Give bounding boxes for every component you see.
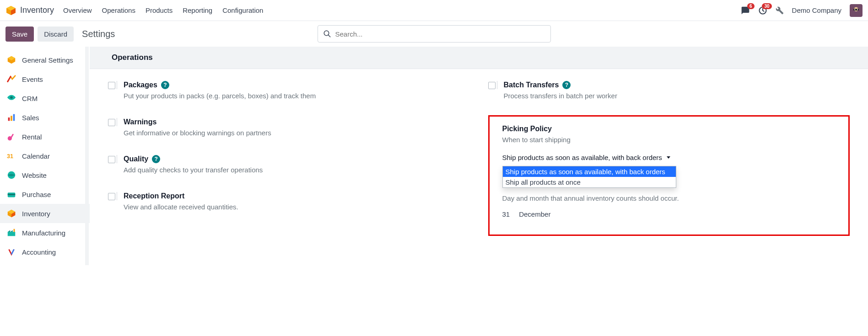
setting-title: Warnings [124,118,156,126]
setting-quality: Quality ? Add quality checks to your tra… [108,152,470,174]
setting-warnings: Warnings Get informative or blocking war… [108,115,470,137]
events-icon [6,74,16,84]
top-nav: Inventory Overview Operations Products R… [0,0,868,21]
save-button[interactable]: Save [5,27,34,42]
nav-right: 6 30 Demo Company [741,4,863,17]
activity-icon[interactable]: 30 [758,6,767,15]
picking-policy-dropdown: Ship products as soon as available, with… [502,166,676,188]
user-avatar[interactable] [850,4,863,17]
svg-point-8 [857,9,858,10]
sidebar-label: General Settings [22,56,73,64]
activity-badge: 30 [762,3,771,9]
nav-overview[interactable]: Overview [63,6,92,14]
checkbox-warnings[interactable] [108,119,115,126]
checkbox-batch[interactable] [488,82,496,89]
sales-icon [6,112,16,123]
sidebar-label: Purchase [22,191,51,198]
sidebar-label: Events [22,75,43,83]
settings-sidebar: General Settings Events CRM Sales Rental… [0,47,90,265]
purchase-icon [6,189,16,199]
manufacturing-icon [6,228,16,238]
svg-text:31: 31 [7,153,13,160]
control-bar: Save Discard Settings [0,21,868,47]
calendar-icon: 31 [6,151,16,161]
main: General Settings Events CRM Sales Rental… [0,47,868,265]
app-title[interactable]: Inventory [20,5,54,15]
sidebar-item-sales[interactable]: Sales [0,108,90,127]
setting-desc: Get informative or blocking warnings on … [124,129,470,137]
sidebar-item-events[interactable]: Events [0,69,90,89]
tools-icon[interactable] [776,6,784,15]
svg-marker-27 [8,230,11,232]
nav-products[interactable]: Products [146,6,173,14]
search-input[interactable] [318,25,551,43]
svg-rect-15 [11,116,12,121]
sidebar-item-crm[interactable]: CRM [0,89,90,108]
accounting-icon [6,247,16,257]
sidebar-item-accounting[interactable]: Accounting [0,242,90,261]
app-logo [5,5,16,16]
checkbox-packages[interactable] [108,82,115,89]
sidebar-label: Website [22,171,47,179]
annual-inventory-row: 31 December [502,210,836,218]
setting-title: Batch Transfers [504,81,559,89]
website-icon [6,170,16,180]
search-icon [323,30,331,38]
svg-line-10 [328,35,330,37]
sidebar-item-purchase[interactable]: Purchase [0,185,90,204]
svg-rect-26 [8,232,16,236]
checkbox-reception[interactable] [108,193,115,200]
help-icon[interactable]: ? [152,155,160,163]
svg-rect-16 [13,114,15,121]
svg-rect-29 [14,229,15,232]
sidebar-item-manufacturing[interactable]: Manufacturing [0,223,90,242]
setting-title: Picking Policy [502,125,552,133]
caret-down-icon [667,156,670,159]
help-icon[interactable]: ? [562,81,571,89]
help-icon[interactable]: ? [161,81,169,89]
nav-reporting[interactable]: Reporting [183,6,212,14]
sidebar-label: CRM [22,95,38,102]
sidebar-item-general[interactable]: General Settings [0,50,90,69]
setting-desc: Put your products in packs (e.g. parcels… [124,92,470,100]
sidebar-item-website[interactable]: Website [0,165,90,185]
sidebar-item-rental[interactable]: Rental [0,127,90,146]
setting-title: Packages [124,81,157,89]
annual-day-field[interactable]: 31 [502,210,510,218]
settings-col-right: Batch Transfers ? Process transfers in b… [488,78,850,236]
sidebar-label: Accounting [22,248,56,256]
checkbox-quality[interactable] [108,156,115,163]
nav-menu: Overview Operations Products Reporting C… [63,6,263,14]
setting-batch: Batch Transfers ? Process transfers in b… [488,78,850,100]
sidebar-label: Calendar [22,152,50,160]
dropdown-option-backorders[interactable]: Ship products as soon as available, with… [503,166,676,177]
discard-button[interactable]: Discard [38,27,74,42]
sidebar-label: Manufacturing [22,229,65,237]
messages-badge: 6 [747,3,755,9]
sidebar-item-inventory[interactable]: Inventory [0,204,90,223]
setting-reception: Reception Report View and allocate recei… [108,189,470,211]
annual-inventory-desc: Day and month that annual inventory coun… [502,194,836,202]
nav-operations[interactable]: Operations [102,6,135,14]
rental-icon [6,132,16,142]
settings-col-left: Packages ? Put your products in packs (e… [108,78,470,236]
dropdown-option-all-at-once[interactable]: Ship all products at once [503,177,676,187]
annual-month-field[interactable]: December [519,210,550,218]
setting-desc: View and allocate received quantities. [124,203,470,211]
messages-icon[interactable]: 6 [741,6,750,15]
setting-desc: Add quality checks to your transfer oper… [124,166,470,174]
setting-title: Quality [124,155,148,163]
setting-title: Reception Report [124,192,184,200]
company-name[interactable]: Demo Company [792,6,841,14]
setting-desc: Process transfers in batch per worker [504,92,850,100]
sidebar-scrollbar[interactable] [85,48,89,62]
section-header-operations: Operations [90,47,868,69]
settings-grid: Packages ? Put your products in packs (e… [90,69,868,254]
highlight-box: Picking Policy When to start shipping Sh… [488,115,850,236]
setting-desc: When to start shipping [502,136,836,144]
picking-policy-select[interactable]: Ship products as soon as available, with… [502,152,836,163]
sidebar-item-calendar[interactable]: 31 Calendar [0,146,90,165]
svg-point-13 [10,96,13,99]
nav-configuration[interactable]: Configuration [222,6,263,14]
svg-rect-14 [8,117,10,121]
